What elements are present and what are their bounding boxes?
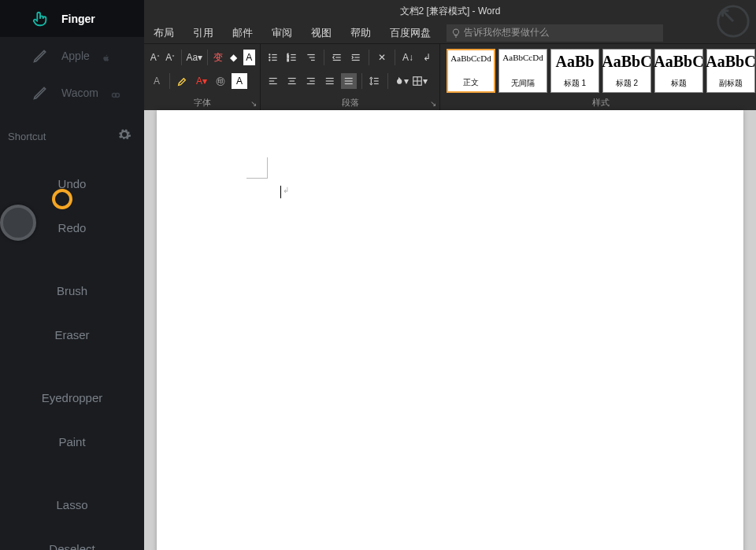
settings-button[interactable] [117,127,132,145]
shortcut-eraser[interactable]: Eraser [0,312,144,356]
stylus-icon [32,84,49,102]
input-method-finger[interactable]: Finger [0,0,144,37]
apple-logo-icon [102,54,110,65]
tab-baidudisk[interactable]: 百度网盘 [380,22,440,44]
tab-layout[interactable]: 布局 [144,22,183,44]
shortcut-paint[interactable]: Paint [0,419,144,463]
wacom-logo-icon [111,90,120,102]
word-window: 文档2 [兼容模式] - Word 布局 引用 邮件 审阅 视图 帮助 百度网盘… [144,0,756,550]
line-spacing-icon[interactable] [367,73,383,89]
pencil-icon [32,47,49,65]
align-distributed-icon[interactable] [341,73,357,89]
svg-point-4 [269,60,270,61]
numbering-icon[interactable]: 123 [284,50,300,65]
style-preview: AaBbC [654,53,703,71]
shortcut-brush[interactable]: Brush [0,268,144,312]
margin-guide [246,178,268,179]
ribbon-group-label-font: 字体 [144,97,260,109]
touch-indicator-ring [52,189,72,209]
character-border-icon[interactable]: A [243,50,255,65]
style-preview: AaBb [556,53,595,71]
svg-text:3: 3 [287,58,290,62]
word-document-title: 文档2 [兼容模式] - Word [400,5,501,18]
word-page[interactable]: ↲ [157,110,743,550]
tab-references[interactable]: 引用 [183,22,223,44]
ribbon-group-paragraph: 123 ✕ A↓ ↲ [261,44,440,110]
char-shading-icon[interactable]: A [149,73,165,89]
finger-icon [32,10,49,28]
tab-help[interactable]: 帮助 [341,22,380,44]
sort-icon[interactable]: A↓ [400,50,416,65]
style-label: 副标题 [719,78,743,89]
word-ribbon: A˄ A˅ Aa▾ 变 ◆ A A A▾ ㊞ A [144,44,756,110]
multilevel-list-icon[interactable] [303,50,319,65]
shading-icon[interactable]: ▾ [393,73,409,89]
ribbon-group-label-paragraph: 段落 [261,97,439,109]
show-formatting-icon[interactable]: ↲ [419,50,435,65]
input-method-label: Wacom [61,87,98,99]
svg-point-0 [269,54,270,55]
app-watermark-icon [715,3,751,39]
svg-point-43 [115,93,119,97]
borders-icon[interactable]: ▾ [412,73,428,89]
align-center-icon[interactable] [284,73,300,89]
align-justify-icon[interactable] [322,73,338,89]
bullets-icon[interactable] [265,50,281,65]
shortcut-deselect[interactable]: Deselect [0,526,144,550]
lightbulb-icon [451,28,461,38]
enclose-char-icon[interactable]: ㊞ [213,73,228,89]
shortcut-lasso[interactable]: Lasso [0,482,144,526]
style-label: 正文 [463,77,479,88]
font-dialog-launcher[interactable]: ↘ [250,99,257,108]
gear-icon [117,127,132,142]
tab-view[interactable]: 视图 [302,22,341,44]
tell-me-search[interactable]: 告诉我你想要做什么 [447,24,663,42]
touch-panel-sidebar: Finger Apple Wacom Shortcut [0,0,144,550]
ribbon-group-label-styles: 样式 [440,97,756,109]
text-direction-icon[interactable]: ✕ [374,50,390,65]
style-label: 标题 [671,78,687,89]
align-right-icon[interactable] [303,73,319,89]
paragraph-mark-icon: ↲ [283,186,289,194]
decrease-font-icon[interactable]: A˅ [164,50,176,65]
style-preview: AaBbC [602,53,651,71]
style-subtitle[interactable]: AaBbC 副标题 [706,49,755,93]
tab-mail[interactable]: 邮件 [223,22,262,44]
ribbon-group-font: A˄ A˅ Aa▾ 变 ◆ A A A▾ ㊞ A [144,44,261,110]
text-highlight-icon[interactable] [175,73,191,89]
word-document-area[interactable]: ↲ [144,110,756,550]
shortcut-label: Shortcut [8,131,46,142]
shortcut-header: Shortcut [0,120,144,152]
clear-formatting-icon[interactable]: ◆ [228,50,239,65]
increase-font-icon[interactable]: A˄ [149,50,161,65]
phonetic-guide-icon[interactable]: 变 [213,50,224,65]
input-method-label: Apple [61,50,90,62]
input-method-label: Finger [61,13,95,25]
text-cursor [280,186,281,198]
paragraph-dialog-launcher[interactable]: ↘ [430,99,436,108]
decrease-indent-icon[interactable] [329,50,345,65]
style-no-spacing[interactable]: AaBbCcDd 无间隔 [498,49,547,93]
svg-point-2 [269,57,270,57]
align-left-icon[interactable] [265,73,281,89]
margin-guide [267,157,268,178]
style-label: 无间隔 [511,78,535,89]
style-preview: AaBbCcDd [450,54,491,63]
word-menu-bar: 布局 引用 邮件 审阅 视图 帮助 百度网盘 告诉我你想要做什么 [144,22,756,44]
style-heading-1[interactable]: AaBb 标题 1 [550,49,599,93]
style-heading-2[interactable]: AaBbC 标题 2 [602,49,651,93]
font-color-icon[interactable]: A▾ [194,73,209,89]
char-scaling-icon[interactable]: A [232,73,247,89]
word-title-bar: 文档2 [兼容模式] - Word [144,0,756,22]
style-label: 标题 1 [564,78,586,89]
shortcut-eyedropper[interactable]: Eyedropper [0,375,144,419]
tab-review[interactable]: 审阅 [262,22,302,44]
floating-ball-handle[interactable] [0,205,36,241]
style-preview: AaBbC [706,53,755,71]
increase-indent-icon[interactable] [348,50,364,65]
style-title[interactable]: AaBbC 标题 [654,49,703,93]
input-method-wacom[interactable]: Wacom [0,74,144,111]
style-normal[interactable]: AaBbCcDd 正文 [447,49,495,93]
change-case-icon[interactable]: Aa▾ [187,50,202,65]
input-method-apple[interactable]: Apple [0,37,144,74]
